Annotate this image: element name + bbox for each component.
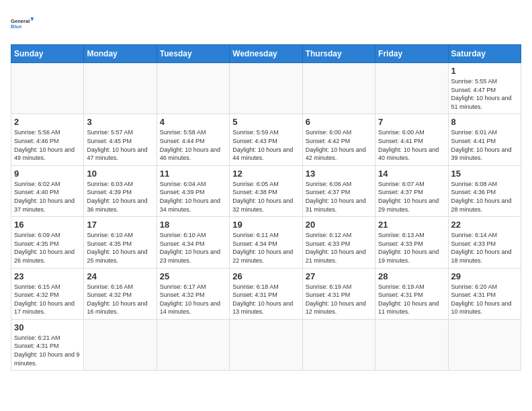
day-info: Sunrise: 6:08 AM Sunset: 4:36 PM Dayligh…: [451, 180, 518, 214]
calendar-week-row: 1Sunrise: 5:55 AM Sunset: 4:47 PM Daylig…: [11, 63, 521, 114]
day-info: Sunrise: 6:13 AM Sunset: 4:33 PM Dayligh…: [378, 231, 445, 265]
page: GeneralBlue SundayMondayTuesdayWednesday…: [0, 0, 532, 381]
calendar-cell: [11, 63, 84, 114]
calendar: SundayMondayTuesdayWednesdayThursdayFrid…: [11, 44, 521, 371]
calendar-cell: [230, 63, 302, 114]
day-info: Sunrise: 6:06 AM Sunset: 4:37 PM Dayligh…: [306, 180, 372, 214]
day-info: Sunrise: 6:20 AM Sunset: 4:31 PM Dayligh…: [451, 283, 518, 316]
day-number: 17: [87, 220, 153, 230]
calendar-cell: 15Sunrise: 6:08 AM Sunset: 4:36 PM Dayli…: [448, 165, 521, 216]
calendar-cell: 5Sunrise: 5:59 AM Sunset: 4:43 PM Daylig…: [230, 114, 302, 165]
day-info: Sunrise: 6:00 AM Sunset: 4:41 PM Dayligh…: [378, 128, 445, 162]
calendar-cell: 14Sunrise: 6:07 AM Sunset: 4:37 PM Dayli…: [375, 165, 448, 216]
calendar-week-row: 16Sunrise: 6:09 AM Sunset: 4:35 PM Dayli…: [11, 217, 521, 268]
day-number: 22: [451, 220, 518, 230]
day-number: 21: [378, 220, 445, 230]
calendar-cell: [230, 319, 302, 370]
calendar-cell: 1Sunrise: 5:55 AM Sunset: 4:47 PM Daylig…: [448, 63, 521, 114]
day-info: Sunrise: 6:07 AM Sunset: 4:37 PM Dayligh…: [378, 180, 445, 214]
day-number: 6: [306, 117, 372, 127]
day-number: 9: [14, 169, 81, 179]
calendar-cell: 20Sunrise: 6:12 AM Sunset: 4:33 PM Dayli…: [302, 217, 375, 268]
svg-text:Blue: Blue: [11, 24, 21, 30]
day-info: Sunrise: 6:00 AM Sunset: 4:42 PM Dayligh…: [306, 128, 372, 162]
calendar-cell: 25Sunrise: 6:17 AM Sunset: 4:32 PM Dayli…: [157, 268, 229, 319]
svg-marker-2: [30, 17, 34, 21]
day-number: 29: [451, 271, 518, 281]
day-number: 14: [378, 169, 445, 179]
calendar-cell: 9Sunrise: 6:02 AM Sunset: 4:40 PM Daylig…: [11, 165, 84, 216]
calendar-cell: 16Sunrise: 6:09 AM Sunset: 4:35 PM Dayli…: [11, 217, 84, 268]
calendar-cell: [302, 319, 375, 370]
day-number: 28: [378, 271, 445, 281]
svg-text:General: General: [11, 18, 30, 24]
day-number: 5: [232, 117, 299, 127]
calendar-week-row: 9Sunrise: 6:02 AM Sunset: 4:40 PM Daylig…: [11, 165, 521, 216]
calendar-cell: 10Sunrise: 6:03 AM Sunset: 4:39 PM Dayli…: [84, 165, 157, 216]
calendar-cell: 17Sunrise: 6:10 AM Sunset: 4:35 PM Dayli…: [84, 217, 157, 268]
day-info: Sunrise: 6:10 AM Sunset: 4:35 PM Dayligh…: [87, 231, 153, 265]
day-info: Sunrise: 6:21 AM Sunset: 4:31 PM Dayligh…: [14, 334, 81, 367]
calendar-cell: [375, 63, 448, 114]
calendar-cell: 18Sunrise: 6:10 AM Sunset: 4:34 PM Dayli…: [157, 217, 229, 268]
day-number: 11: [160, 169, 226, 179]
calendar-cell: 27Sunrise: 6:19 AM Sunset: 4:31 PM Dayli…: [302, 268, 375, 319]
calendar-cell: 8Sunrise: 6:01 AM Sunset: 4:41 PM Daylig…: [448, 114, 521, 165]
calendar-cell: 21Sunrise: 6:13 AM Sunset: 4:33 PM Dayli…: [375, 217, 448, 268]
calendar-cell: 24Sunrise: 6:16 AM Sunset: 4:32 PM Dayli…: [84, 268, 157, 319]
day-info: Sunrise: 6:19 AM Sunset: 4:31 PM Dayligh…: [306, 283, 372, 316]
header: GeneralBlue: [11, 11, 521, 36]
day-info: Sunrise: 6:18 AM Sunset: 4:31 PM Dayligh…: [232, 283, 299, 316]
calendar-cell: 13Sunrise: 6:06 AM Sunset: 4:37 PM Dayli…: [302, 165, 375, 216]
calendar-cell: 6Sunrise: 6:00 AM Sunset: 4:42 PM Daylig…: [302, 114, 375, 165]
day-number: 23: [14, 271, 81, 281]
calendar-cell: [302, 63, 375, 114]
weekday-header: Wednesday: [230, 45, 302, 63]
calendar-cell: 23Sunrise: 6:15 AM Sunset: 4:32 PM Dayli…: [11, 268, 84, 319]
calendar-cell: 7Sunrise: 6:00 AM Sunset: 4:41 PM Daylig…: [375, 114, 448, 165]
day-number: 26: [232, 271, 299, 281]
calendar-cell: [84, 319, 157, 370]
day-number: 27: [306, 271, 372, 281]
logo-icon: GeneralBlue: [11, 11, 36, 36]
day-info: Sunrise: 6:03 AM Sunset: 4:39 PM Dayligh…: [87, 180, 153, 214]
calendar-cell: 12Sunrise: 6:05 AM Sunset: 4:38 PM Dayli…: [230, 165, 302, 216]
day-number: 13: [306, 169, 372, 179]
day-number: 16: [14, 220, 81, 230]
day-number: 25: [160, 271, 226, 281]
weekday-header: Thursday: [302, 45, 375, 63]
day-info: Sunrise: 5:56 AM Sunset: 4:46 PM Dayligh…: [14, 128, 81, 162]
weekday-header: Friday: [375, 45, 448, 63]
day-number: 18: [160, 220, 226, 230]
day-number: 20: [306, 220, 372, 230]
day-number: 8: [451, 117, 518, 127]
weekday-header: Tuesday: [157, 45, 229, 63]
calendar-cell: 11Sunrise: 6:04 AM Sunset: 4:39 PM Dayli…: [157, 165, 229, 216]
day-info: Sunrise: 5:55 AM Sunset: 4:47 PM Dayligh…: [451, 77, 518, 111]
calendar-cell: [84, 63, 157, 114]
calendar-cell: 29Sunrise: 6:20 AM Sunset: 4:31 PM Dayli…: [448, 268, 521, 319]
day-info: Sunrise: 6:02 AM Sunset: 4:40 PM Dayligh…: [14, 180, 81, 214]
calendar-cell: 2Sunrise: 5:56 AM Sunset: 4:46 PM Daylig…: [11, 114, 84, 165]
day-info: Sunrise: 6:15 AM Sunset: 4:32 PM Dayligh…: [14, 283, 81, 316]
day-info: Sunrise: 6:17 AM Sunset: 4:32 PM Dayligh…: [160, 283, 226, 316]
day-info: Sunrise: 5:59 AM Sunset: 4:43 PM Dayligh…: [232, 128, 299, 162]
day-info: Sunrise: 6:19 AM Sunset: 4:31 PM Dayligh…: [378, 283, 445, 316]
day-info: Sunrise: 6:10 AM Sunset: 4:34 PM Dayligh…: [160, 231, 226, 265]
day-number: 10: [87, 169, 153, 179]
calendar-cell: [157, 63, 229, 114]
weekday-header-row: SundayMondayTuesdayWednesdayThursdayFrid…: [11, 45, 521, 63]
logo: GeneralBlue: [11, 11, 36, 36]
day-number: 3: [87, 117, 153, 127]
day-info: Sunrise: 6:11 AM Sunset: 4:34 PM Dayligh…: [232, 231, 299, 265]
day-number: 24: [87, 271, 153, 281]
day-number: 12: [232, 169, 299, 179]
calendar-cell: 22Sunrise: 6:14 AM Sunset: 4:33 PM Dayli…: [448, 217, 521, 268]
calendar-week-row: 2Sunrise: 5:56 AM Sunset: 4:46 PM Daylig…: [11, 114, 521, 165]
calendar-week-row: 23Sunrise: 6:15 AM Sunset: 4:32 PM Dayli…: [11, 268, 521, 319]
calendar-cell: 4Sunrise: 5:58 AM Sunset: 4:44 PM Daylig…: [157, 114, 229, 165]
calendar-cell: 26Sunrise: 6:18 AM Sunset: 4:31 PM Dayli…: [230, 268, 302, 319]
calendar-cell: [375, 319, 448, 370]
day-number: 2: [14, 117, 81, 127]
calendar-cell: [157, 319, 229, 370]
